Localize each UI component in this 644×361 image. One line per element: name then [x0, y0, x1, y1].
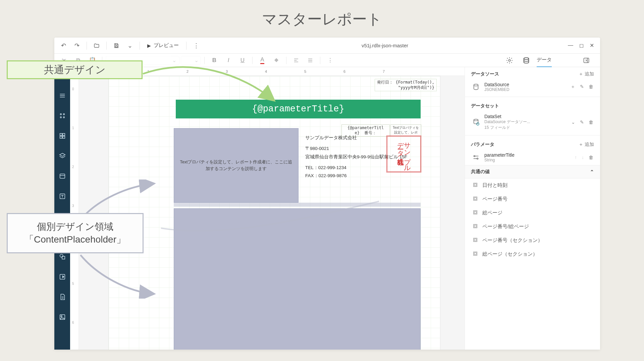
content-placeholder-1[interactable]: Textプロパティを設定して、レポート作成者に、ここに追加するコンテンツを説明し…: [174, 128, 299, 203]
table-tool-icon[interactable]: [57, 131, 67, 141]
svg-rect-9: [60, 134, 62, 136]
delete-icon[interactable]: 🗑: [589, 119, 593, 125]
svg-rect-28: [474, 197, 477, 201]
svg-point-20: [61, 315, 62, 317]
underline-button[interactable]: U: [236, 55, 249, 65]
common-values-list: 日付と時刻 ページ番号 総ページ ページ番号/総ページ ページ番号（セクション）: [465, 178, 600, 261]
save-dropdown[interactable]: ⌄: [124, 40, 136, 51]
align-v-button[interactable]: [304, 55, 317, 65]
delete-icon[interactable]: 🗑: [589, 155, 593, 160]
save-button[interactable]: [111, 40, 122, 51]
dataset-sub2: 15 フィールド: [484, 125, 530, 131]
svg-rect-29: [474, 198, 476, 200]
design-canvas[interactable]: 発行日： {Format(Today(), "yyyy年M月d日")} {@pa…: [79, 76, 465, 350]
move-down-icon[interactable]: ↓: [582, 155, 584, 160]
edit-icon[interactable]: ✎: [580, 119, 584, 125]
svg-rect-30: [474, 211, 477, 214]
align-h-button[interactable]: [290, 55, 303, 65]
panel-collapse-button[interactable]: [580, 55, 593, 65]
field-icon: [472, 237, 478, 244]
param-name: parameterTitle: [484, 152, 515, 158]
delete-icon[interactable]: 🗑: [589, 84, 593, 90]
open-button[interactable]: [91, 40, 102, 51]
undo-button[interactable]: ↶: [58, 40, 69, 51]
panel-tool-icon[interactable]: [57, 171, 67, 181]
layers-icon[interactable]: [57, 151, 67, 161]
subreport-tool-icon[interactable]: [57, 272, 67, 282]
svg-point-22: [474, 119, 478, 121]
common-item[interactable]: 日付と時刻: [465, 178, 600, 192]
svg-rect-10: [62, 134, 64, 136]
preview-button[interactable]: ▶ プレビュー: [144, 42, 182, 49]
content-placeholder-2[interactable]: Textプロパティを設定して、レポート作成者に、ここに追加するコンテンツを説明し…: [174, 208, 421, 350]
company-fax: FAX：022-999-9876: [305, 172, 419, 180]
maximize-button[interactable]: ◻: [579, 42, 584, 49]
report-page: 発行日： {Format(Today(), "yyyy年M月d日")} {@pa…: [108, 76, 440, 350]
dataset-item[interactable]: DataSet DataSource データソー... 15 フィールド ⌄ ✎…: [465, 111, 600, 133]
image-tool-icon[interactable]: [57, 312, 67, 322]
common-item[interactable]: ページ番号/総ページ: [465, 220, 600, 234]
dataset-header: データセット: [471, 103, 499, 109]
common-item[interactable]: ページ番号（セクション）: [465, 234, 600, 247]
common-item[interactable]: ページ番号: [465, 192, 600, 206]
redo-button[interactable]: ↷: [71, 40, 83, 51]
slide-title: マスターレポート: [0, 0, 644, 29]
fill-color-button[interactable]: [270, 55, 283, 65]
text-tool-icon[interactable]: [57, 191, 67, 201]
database-icon[interactable]: [520, 55, 533, 65]
svg-point-5: [60, 114, 61, 115]
datasource-type: JSONEMBED: [484, 87, 509, 92]
svg-rect-12: [62, 136, 64, 138]
field-icon: [472, 223, 478, 230]
param-item[interactable]: parameterTitle String ↑ ↓ 🗑: [465, 150, 600, 165]
settings-icon[interactable]: [503, 55, 516, 65]
font-size-select[interactable]: ⌄: [181, 56, 201, 65]
app-window: ↶ ↷ ⌄ ▶ プレビュー ⋮ v51j.rdlx-json-master — …: [54, 38, 600, 350]
minimize-button[interactable]: —: [568, 42, 573, 49]
italic-button[interactable]: I: [222, 55, 235, 65]
svg-rect-32: [474, 224, 477, 228]
common-values-header[interactable]: 共通の値 ⌃: [465, 165, 600, 178]
svg-rect-33: [474, 225, 476, 227]
expand-icon[interactable]: ⌄: [571, 119, 575, 125]
group-icon[interactable]: [57, 111, 67, 121]
window-controls: — ◻ ✕: [568, 42, 594, 49]
data-panel: データソース ＋ 追加 DataSource JSONEMBED ＋ ✎ 🗑: [465, 67, 600, 350]
company-stamp[interactable]: サンプルデータ株式会社: [386, 136, 421, 172]
data-tab[interactable]: データ: [537, 57, 552, 67]
overflow-button[interactable]: ⋮: [324, 55, 336, 65]
svg-rect-34: [474, 238, 477, 242]
move-up-icon[interactable]: ↑: [575, 155, 577, 160]
dataset-icon: [472, 118, 480, 126]
text-color-button[interactable]: A: [256, 55, 269, 65]
issue-date-textbox[interactable]: 発行日： {Format(Today(), "yyyy年M月d日")}: [375, 79, 437, 91]
titlebar: ↶ ↷ ⌄ ▶ プレビュー ⋮ v51j.rdlx-json-master — …: [54, 38, 600, 54]
common-item[interactable]: 総ページ: [465, 206, 600, 220]
bold-button[interactable]: B: [208, 55, 221, 65]
annotation-content-placeholder: 個別デザイン領域 「ContentPlaceholder」: [7, 213, 144, 253]
svg-rect-13: [60, 174, 65, 178]
add-param-button[interactable]: ＋ 追加: [579, 142, 594, 148]
preview-label: プレビュー: [154, 42, 179, 49]
placeholder-divider: [174, 203, 421, 207]
datasource-name: DataSource: [484, 82, 509, 87]
field-icon: [472, 182, 478, 189]
menu-icon[interactable]: [57, 91, 67, 101]
parameter-title-textbox[interactable]: {@parameterTitle}: [176, 100, 421, 118]
svg-rect-11: [60, 136, 62, 138]
document-tool-icon[interactable]: [57, 292, 67, 302]
common-item[interactable]: 総ページ（セクション）: [465, 247, 600, 261]
add-datasource-button[interactable]: ＋ 追加: [579, 71, 594, 77]
main-area: 0 1 2 3 4 5 6 0 1 2 3 4 5 6 7: [54, 67, 600, 350]
svg-point-6: [63, 114, 64, 115]
svg-point-1: [508, 59, 511, 61]
more-button[interactable]: ⋮: [191, 40, 202, 51]
canvas-wrap: 0 1 2 3 4 5 6 0 1 2 3 4 5 6 7: [70, 67, 465, 350]
field-icon: [472, 209, 478, 216]
issue-date-expr: {Format(Today(), "yyyy年M月d日")}: [395, 80, 434, 90]
add-icon[interactable]: ＋: [571, 84, 575, 90]
svg-point-7: [60, 117, 61, 118]
edit-icon[interactable]: ✎: [580, 84, 584, 90]
close-button[interactable]: ✕: [590, 42, 594, 49]
datasource-item[interactable]: DataSource JSONEMBED ＋ ✎ 🗑: [465, 79, 600, 95]
